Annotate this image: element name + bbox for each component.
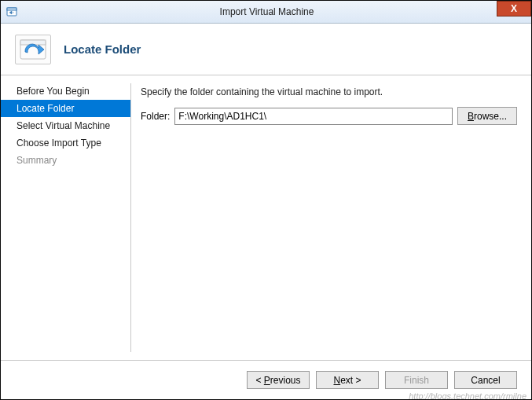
import-arrow-icon (15, 35, 51, 64)
browse-button[interactable]: Browse... (457, 107, 517, 125)
title-bar: Import Virtual Machine X (1, 1, 531, 24)
wizard-header: Locate Folder (1, 24, 531, 75)
wizard-steps: Before You Begin Locate Folder Select Vi… (1, 75, 130, 360)
window-title: Import Virtual Machine (18, 6, 515, 17)
step-label: Locate Folder (17, 103, 74, 114)
step-choose-import-type[interactable]: Choose Import Type (1, 134, 130, 152)
folder-row: Folder: Browse... (141, 107, 517, 125)
step-select-virtual-machine[interactable]: Select Virtual Machine (1, 117, 130, 134)
svg-rect-1 (7, 8, 17, 10)
step-label: Before You Begin (17, 86, 90, 97)
close-button[interactable]: X (497, 1, 531, 17)
wizard-content: Specify the folder containing the virtua… (131, 75, 531, 360)
close-icon: X (511, 3, 517, 14)
step-summary: Summary (1, 152, 130, 169)
step-label: Choose Import Type (17, 138, 101, 149)
folder-label: Folder: (141, 111, 170, 122)
cancel-button[interactable]: Cancel (454, 371, 517, 389)
step-before-you-begin[interactable]: Before You Begin (1, 83, 130, 100)
page-heading: Locate Folder (64, 42, 141, 56)
previous-button[interactable]: < Previous (247, 371, 310, 389)
next-button[interactable]: Next > (316, 371, 379, 389)
finish-button: Finish (385, 371, 448, 389)
step-label: Summary (17, 155, 57, 166)
folder-input[interactable] (174, 108, 453, 125)
step-locate-folder[interactable]: Locate Folder (1, 100, 130, 117)
wizard-footer: < Previous Next > Finish Cancel (1, 360, 531, 399)
instruction-text: Specify the folder containing the virtua… (141, 86, 517, 97)
window-icon (6, 6, 18, 18)
wizard-body: Before You Begin Locate Folder Select Vi… (1, 75, 531, 360)
step-label: Select Virtual Machine (17, 120, 110, 131)
